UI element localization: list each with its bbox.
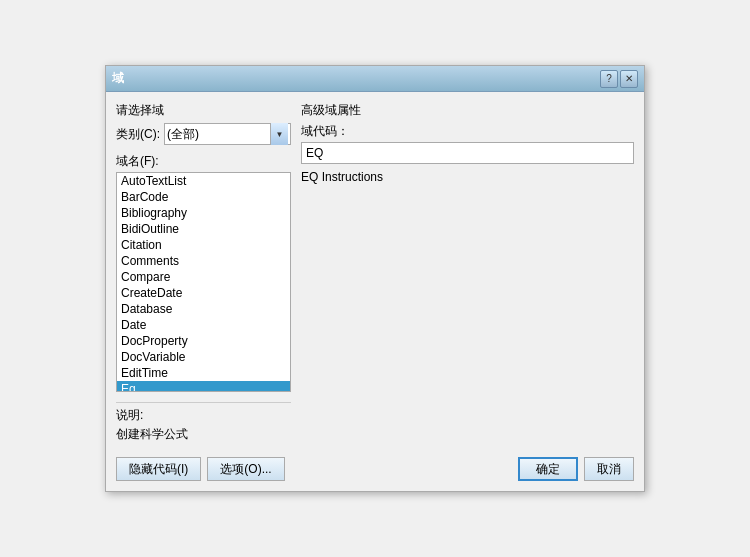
- category-row: 类别(C): (全部) ▼: [116, 123, 291, 145]
- window-title: 域: [112, 70, 124, 87]
- list-item[interactable]: CreateDate: [117, 285, 290, 301]
- right-footer-buttons: 确定 取消: [518, 457, 634, 481]
- options-button[interactable]: 选项(O)...: [207, 457, 284, 481]
- cancel-button[interactable]: 取消: [584, 457, 634, 481]
- list-item[interactable]: Eq: [117, 381, 290, 392]
- list-item[interactable]: Bibliography: [117, 205, 290, 221]
- desc-label: 说明:: [116, 407, 291, 424]
- left-panel: 请选择域 类别(C): (全部) ▼ 域名(F): AutoTextListBa…: [116, 102, 291, 447]
- close-button[interactable]: ✕: [620, 70, 638, 88]
- desc-text: 创建科学公式: [116, 426, 291, 443]
- confirm-button[interactable]: 确定: [518, 457, 578, 481]
- help-button[interactable]: ?: [600, 70, 618, 88]
- list-item[interactable]: Compare: [117, 269, 290, 285]
- description-area: 说明: 创建科学公式: [116, 402, 291, 447]
- list-item[interactable]: EditTime: [117, 365, 290, 381]
- list-item[interactable]: DocProperty: [117, 333, 290, 349]
- list-item[interactable]: BarCode: [117, 189, 290, 205]
- footer: 隐藏代码(I) 选项(O)... 确定 取消: [106, 457, 644, 491]
- right-panel: 高级域属性 域代码： EQ Instructions: [301, 102, 634, 447]
- list-item[interactable]: Database: [117, 301, 290, 317]
- list-item[interactable]: DocVariable: [117, 349, 290, 365]
- title-bar: 域 ? ✕: [106, 66, 644, 92]
- field-name-list[interactable]: AutoTextListBarCodeBibliographyBidiOutli…: [116, 172, 291, 392]
- list-item[interactable]: AutoTextList: [117, 173, 290, 189]
- category-label: 类别(C):: [116, 126, 160, 143]
- list-item[interactable]: Citation: [117, 237, 290, 253]
- field-code-input[interactable]: [301, 142, 634, 164]
- list-item[interactable]: Comments: [117, 253, 290, 269]
- category-dropdown[interactable]: (全部) ▼: [164, 123, 291, 145]
- left-footer-buttons: 隐藏代码(I) 选项(O)...: [116, 457, 285, 481]
- main-content: 请选择域 类别(C): (全部) ▼ 域名(F): AutoTextListBa…: [106, 92, 644, 457]
- main-window: 域 ? ✕ 请选择域 类别(C): (全部) ▼ 域名(F): AutoText…: [105, 65, 645, 492]
- right-section-label: 高级域属性: [301, 102, 634, 119]
- category-value: (全部): [167, 126, 199, 143]
- title-bar-buttons: ? ✕: [600, 70, 638, 88]
- list-item[interactable]: Date: [117, 317, 290, 333]
- instructions-text: EQ Instructions: [301, 170, 634, 184]
- section-label-select: 请选择域: [116, 102, 291, 119]
- field-code-label: 域代码：: [301, 123, 634, 140]
- list-item[interactable]: BidiOutline: [117, 221, 290, 237]
- dropdown-arrow-icon: ▼: [270, 123, 288, 145]
- field-name-label: 域名(F):: [116, 153, 291, 170]
- toggle-code-button[interactable]: 隐藏代码(I): [116, 457, 201, 481]
